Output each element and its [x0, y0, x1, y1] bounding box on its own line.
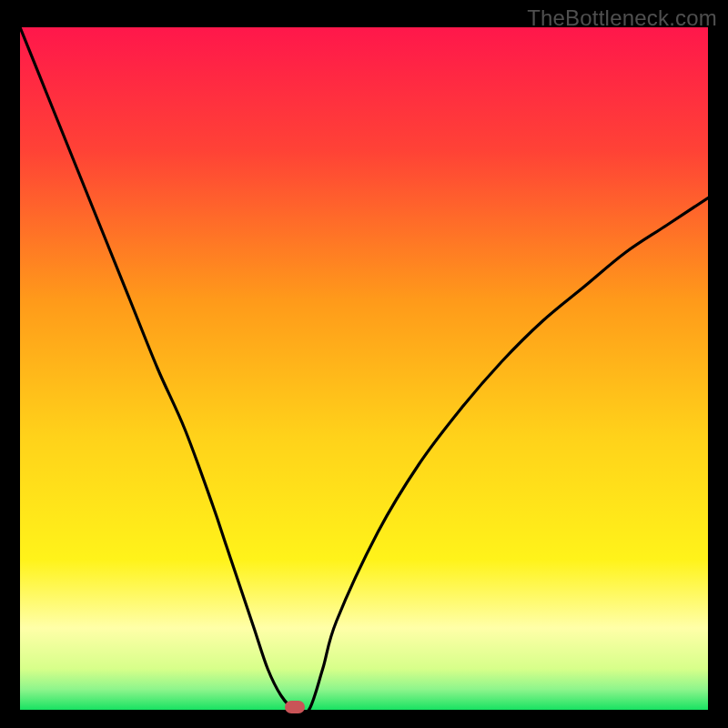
watermark-text: TheBottleneck.com: [527, 5, 717, 31]
optimum-marker: [285, 701, 305, 713]
gradient-background: [20, 27, 708, 710]
plot-area: [20, 27, 708, 710]
chart-frame: TheBottleneck.com: [0, 0, 728, 728]
chart-svg: [20, 27, 708, 710]
